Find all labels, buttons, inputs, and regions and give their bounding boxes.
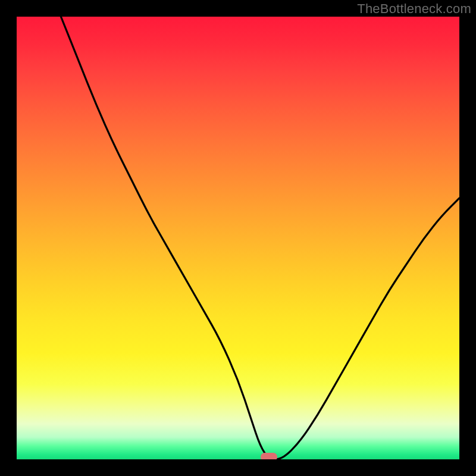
curve-line [61, 17, 459, 459]
plot-area [17, 17, 459, 459]
bottleneck-curve [17, 17, 459, 459]
optimum-marker [261, 453, 277, 459]
chart-frame: TheBottleneck.com [0, 0, 476, 476]
watermark-text: TheBottleneck.com [357, 1, 471, 17]
